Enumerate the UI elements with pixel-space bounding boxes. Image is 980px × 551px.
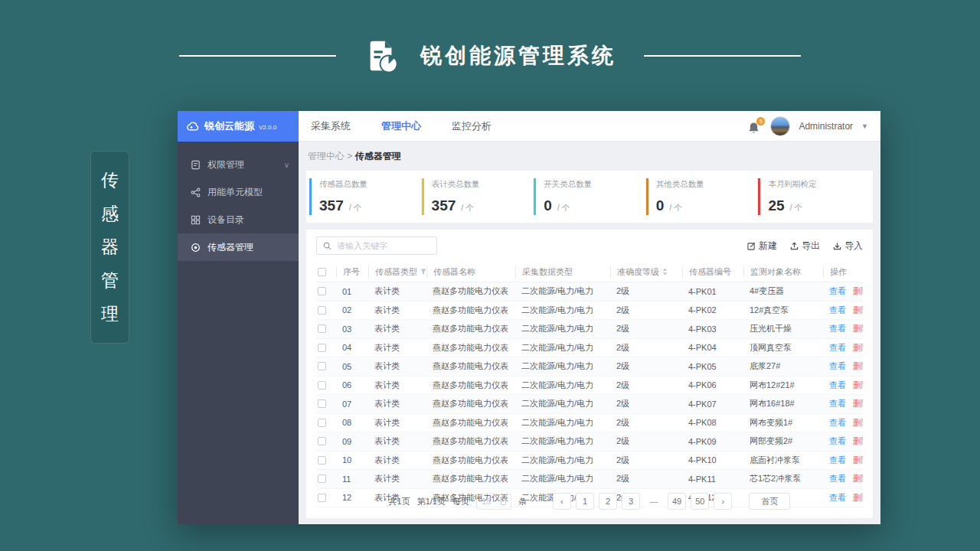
column-header-accuracy[interactable]: 准确度等级 [610, 266, 682, 278]
page-number-button[interactable]: 1 [576, 493, 594, 510]
column-header-no: 序号 [336, 266, 368, 278]
stat-unit: / 个 [790, 203, 802, 214]
column-header-type[interactable]: 传感器类型 [368, 266, 426, 278]
view-link[interactable]: 查看 [829, 435, 846, 447]
tab-management-center[interactable]: 管理中心 [381, 119, 421, 133]
delete-link[interactable]: 删除 [853, 435, 863, 447]
cell-code: 4-PK03 [682, 324, 743, 334]
delete-link[interactable]: 删除 [853, 417, 863, 429]
cell-data-type: 二次能源/电力/电力 [515, 360, 610, 372]
page-number-button[interactable]: 3 [622, 493, 640, 510]
content-area: 采集系统 管理中心 监控分析 5 Administrator ▼ 管理中心 > … [299, 111, 880, 524]
filter-funnel-icon[interactable] [420, 269, 426, 275]
page-number-button[interactable]: 2 [599, 493, 617, 510]
row-checkbox[interactable] [318, 287, 326, 295]
view-link[interactable]: 查看 [829, 473, 846, 484]
cell-type: 表计类 [368, 285, 426, 297]
view-link[interactable]: 查看 [829, 398, 846, 409]
user-dropdown-caret-icon[interactable]: ▼ [861, 122, 868, 130]
row-checkbox[interactable] [318, 399, 326, 408]
export-button[interactable]: 导出 [790, 240, 820, 253]
export-button-label: 导出 [802, 240, 820, 253]
view-link[interactable]: 查看 [829, 323, 846, 334]
prev-page-button[interactable]: ‹ [553, 493, 571, 510]
page-number-button[interactable]: — [645, 493, 663, 510]
row-checkbox[interactable] [318, 474, 326, 483]
stat-value: 357 [432, 197, 456, 214]
sidebar-item-device-catalog[interactable]: 设备目录 [178, 206, 299, 233]
next-page-button[interactable]: › [714, 493, 732, 510]
cell-data-type: 二次能源/电力/电力 [515, 342, 610, 354]
topbar-right: 5 Administrator ▼ [748, 116, 868, 136]
row-checkbox-cell [316, 381, 336, 390]
cell-target: 底浆27# [743, 360, 823, 372]
share-nodes-icon [191, 187, 201, 197]
tab-collection-system[interactable]: 采集系统 [311, 119, 351, 133]
delete-link[interactable]: 删除 [853, 285, 863, 297]
avatar[interactable] [770, 116, 790, 136]
row-checkbox[interactable] [318, 437, 326, 445]
notification-bell-icon[interactable]: 5 [748, 119, 762, 134]
delete-link[interactable]: 删除 [853, 455, 863, 466]
cell-code: 4-PK06 [682, 380, 743, 390]
search-input[interactable] [337, 241, 430, 250]
sort-arrows-icon[interactable] [662, 268, 668, 276]
row-checkbox[interactable] [318, 362, 326, 370]
cell-accuracy: 2级 [610, 380, 682, 391]
import-down-arrow-icon [833, 242, 841, 250]
view-link[interactable]: 查看 [829, 380, 846, 391]
page-number-button[interactable]: 50 [691, 493, 709, 510]
row-checkbox[interactable] [318, 381, 326, 390]
import-button[interactable]: 导入 [833, 240, 863, 253]
cell-name: 燕赵多功能电力仪表 [426, 455, 515, 466]
row-checkbox[interactable] [318, 456, 326, 465]
per-page-select[interactable]: 15 [476, 494, 511, 510]
banner-left-line [179, 55, 336, 57]
view-link[interactable]: 查看 [829, 360, 846, 372]
cell-ops: 查看 删除 [823, 473, 863, 484]
cell-target: 网布变频1# [743, 417, 823, 429]
delete-link[interactable]: 删除 [853, 398, 863, 409]
cell-ops: 查看 删除 [823, 342, 863, 354]
row-checkbox[interactable] [318, 344, 326, 352]
page-number-button[interactable]: 49 [668, 493, 686, 510]
view-link[interactable]: 查看 [829, 417, 846, 429]
row-checkbox[interactable] [318, 419, 326, 427]
delete-link[interactable]: 删除 [853, 473, 863, 484]
cell-accuracy: 2级 [610, 323, 682, 334]
select-all-cell [316, 268, 336, 276]
sidebar-item-permissions[interactable]: 权限管理 ∨ [178, 151, 299, 178]
cell-code: 4-PK07 [682, 399, 743, 409]
delete-link[interactable]: 删除 [853, 323, 863, 334]
delete-link[interactable]: 删除 [853, 360, 863, 372]
system-title: 锐创能源管理系统 [420, 41, 616, 70]
cell-target: 12#真空泵 [743, 305, 823, 316]
view-link[interactable]: 查看 [829, 305, 846, 316]
cell-accuracy: 2级 [610, 473, 682, 484]
sidebar-item-energy-unit-model[interactable]: 用能单元模型 [178, 178, 299, 206]
view-link[interactable]: 查看 [829, 285, 846, 297]
select-all-checkbox[interactable] [318, 268, 326, 276]
delete-link[interactable]: 删除 [853, 342, 863, 354]
column-header-target: 监测对象名称 [743, 266, 823, 278]
sidebar-item-sensor-management[interactable]: 传感器管理 [178, 233, 299, 261]
top-navigation-bar: 采集系统 管理中心 监控分析 5 Administrator ▼ [299, 111, 880, 142]
row-checkbox-cell [316, 399, 336, 408]
first-page-button[interactable]: 首页 [749, 493, 790, 510]
delete-link[interactable]: 删除 [853, 380, 863, 391]
new-button[interactable]: 新建 [747, 240, 777, 253]
cell-no: 02 [336, 305, 368, 315]
row-checkbox[interactable] [318, 324, 326, 333]
delete-link[interactable]: 删除 [853, 305, 863, 316]
cell-accuracy: 2级 [610, 305, 682, 316]
view-link[interactable]: 查看 [829, 455, 846, 466]
cell-name: 燕赵多功能电力仪表 [426, 360, 515, 372]
nav-tabs: 采集系统 管理中心 监控分析 [311, 119, 492, 133]
cell-accuracy: 2级 [610, 285, 682, 297]
table-toolbar: 新建 导出 导入 [316, 236, 863, 255]
tab-monitoring-analysis[interactable]: 监控分析 [452, 119, 492, 133]
view-link[interactable]: 查看 [829, 342, 846, 354]
breadcrumb-parent[interactable]: 管理中心 [308, 151, 345, 161]
sidebar-item-label: 用能单元模型 [207, 186, 263, 199]
row-checkbox[interactable] [318, 306, 326, 315]
